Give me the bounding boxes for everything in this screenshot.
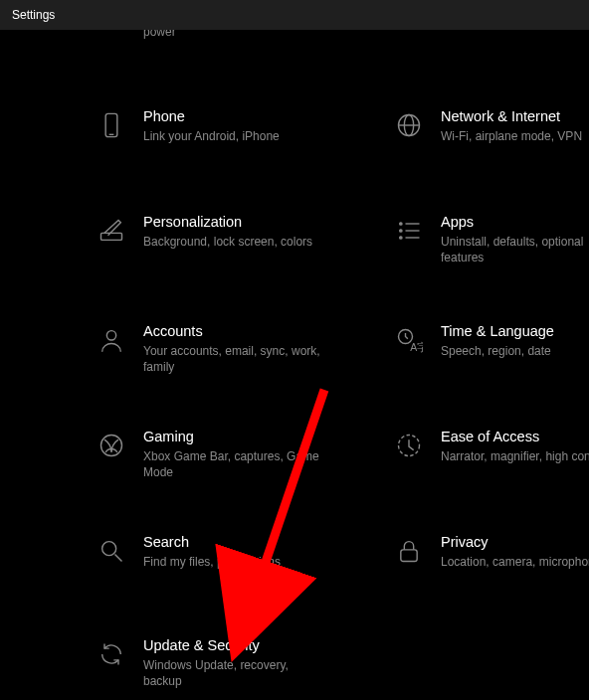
svg-point-15 [101,436,122,456]
tile-title: Apps [441,213,589,232]
settings-tile-search[interactable]: Search Find my files, permissions [96,533,374,570]
tile-desc: Location, camera, microphone [441,554,589,570]
tile-desc: Speech, region, date [441,343,589,359]
tile-title: Accounts [143,322,374,341]
ease-of-access-icon [393,430,425,461]
tile-title: Gaming [143,428,374,446]
tile-title: Network & Internet [441,107,589,126]
settings-tile-apps[interactable]: Apps Uninstall, defaults, optional featu… [393,213,589,265]
titlebar: Settings [0,0,589,30]
person-icon [96,324,127,356]
settings-tile-ease-of-access[interactable]: Ease of Access Narrator, magnifier, high… [393,428,589,464]
settings-tile-time-language[interactable]: A字 Time & Language Speech, region, date [393,322,589,359]
tile-title: Phone [143,107,374,126]
paintbrush-icon [96,215,127,247]
svg-rect-0 [105,113,117,136]
svg-rect-19 [401,550,417,562]
tile-desc: Find my files, permissions [143,554,322,570]
svg-text:A字: A字 [410,341,423,353]
settings-tile-update-security[interactable]: Update & Security Windows Update, recove… [96,636,374,689]
apps-list-icon [393,215,425,247]
tile-desc: Uninstall, defaults, optional features [441,234,589,265]
svg-point-10 [400,237,402,239]
tile-title: Update & Security [143,636,374,655]
tile-title: Ease of Access [441,428,589,446]
xbox-icon [96,430,127,461]
tile-title: Time & Language [441,322,589,341]
search-icon [96,535,127,567]
tile-desc: Your accounts, email, sync, work, family [143,343,322,375]
tile-desc: Xbox Game Bar, captures, Game Mode [143,448,322,480]
tile-title: Personalization [143,213,374,232]
tile-title: Search [143,533,374,552]
time-language-icon: A字 [393,324,425,356]
settings-tile-phone[interactable]: Phone Link your Android, iPhone [96,107,374,144]
globe-icon [393,109,425,141]
tile-desc: Link your Android, iPhone [143,128,322,144]
svg-rect-5 [101,233,122,240]
svg-point-17 [102,542,116,556]
phone-icon [96,109,127,141]
lock-icon [393,535,425,567]
tile-title: Privacy [441,533,589,552]
tile-desc: Narrator, magnifier, high contrast [441,448,589,464]
svg-point-12 [106,331,115,340]
window-title: Settings [12,8,55,22]
svg-point-8 [400,230,402,232]
settings-tile-gaming[interactable]: Gaming Xbox Game Bar, captures, Game Mod… [96,428,374,480]
tile-desc: Windows Update, recovery, backup [143,657,322,689]
settings-tile-privacy[interactable]: Privacy Location, camera, microphone [393,533,589,570]
svg-point-6 [400,223,402,225]
settings-tile-personalization[interactable]: Personalization Background, lock screen,… [96,213,374,250]
tile-desc: Wi-Fi, airplane mode, VPN [441,128,589,144]
sync-icon [96,638,127,670]
svg-line-18 [115,555,122,562]
settings-tile-accounts[interactable]: Accounts Your accounts, email, sync, wor… [96,322,374,375]
settings-tile-network[interactable]: Network & Internet Wi-Fi, airplane mode,… [393,107,589,144]
tile-desc: Background, lock screen, colors [143,234,322,250]
